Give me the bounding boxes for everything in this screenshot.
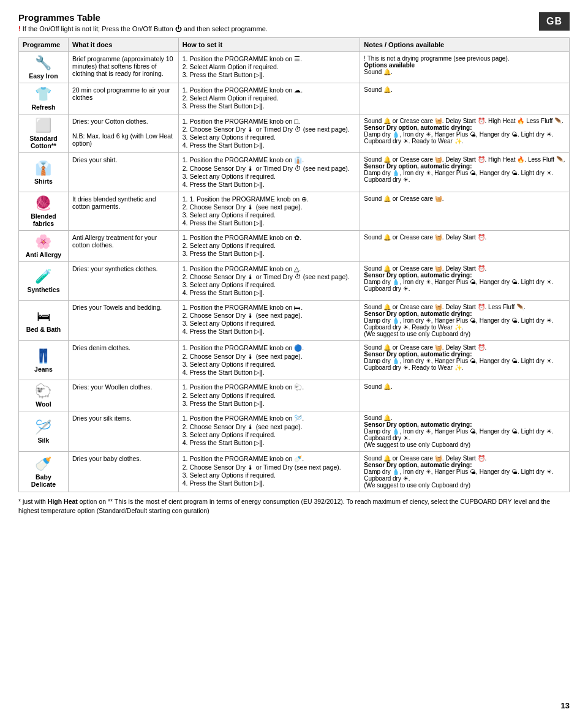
programme-name: Wool — [23, 400, 64, 408]
table-row: 🪡SilkDries your silk items.1. Position t… — [19, 411, 570, 452]
footer-bold: High Heat — [48, 498, 78, 505]
step-item: 3. Select any Options if required. — [183, 211, 356, 219]
programme-cell: 🧪Synthetics — [19, 262, 69, 301]
what-cell: Anti Allergy treatment for your cotton c… — [68, 231, 178, 262]
step-item: 2. Choose Sensor Dry 🌡 or Timed Dry (see… — [183, 463, 356, 471]
step-item: 3. Select any Options if required. — [183, 361, 356, 368]
step-item: 1. Position the PROGRAMME knob on ☰. — [183, 55, 356, 62]
step-item: 1. Position the PROGRAMME knob on △. — [183, 265, 356, 272]
what-cell: Dries your baby clothes. — [68, 452, 178, 492]
step-item: 3. Select any Options if required. — [183, 431, 356, 438]
programme-name: Bed & Bath — [23, 326, 64, 333]
page-subtitle: ! If the On/Off light is not lit; Press … — [18, 25, 268, 32]
step-item: 3. Press the Start Button ▷‖. — [183, 400, 356, 407]
what-cell: Dries your Towels and bedding. — [68, 301, 178, 341]
table-row: 🌸Anti AllergyAnti Allergy treatment for … — [19, 231, 570, 262]
how-cell: 1. Position the PROGRAMME knob on ✿.2. S… — [178, 231, 360, 262]
how-cell: 1. Position the PROGRAMME knob on △.2. C… — [178, 262, 360, 301]
programme-cell: 🧶Blended fabrics — [19, 192, 69, 231]
col-header-how: How to set it — [178, 38, 360, 52]
programme-name: Standard Cotton** — [23, 135, 64, 149]
programme-cell: 👔Shirts — [19, 153, 69, 192]
programme-icon: 🛏 — [23, 309, 64, 324]
step-item: 2. Choose Sensor Dry 🌡 (see next page). — [183, 203, 356, 211]
how-cell: 1. Position the PROGRAMME knob on □.2. C… — [178, 114, 360, 153]
step-item: 3. Select any Options if required. — [183, 281, 356, 288]
how-cell: 1. Position the PROGRAMME knob on 🍼.2. C… — [178, 452, 360, 492]
col-header-what: What it does — [68, 38, 178, 52]
programme-icon: 🧶 — [23, 195, 64, 211]
notes-cell: Sound 🔔 or Crease care 🧺. Delay Start ⏰.… — [360, 114, 570, 153]
step-item: 2. Choose Sensor Dry 🌡 (see next page). — [183, 312, 356, 319]
programme-name: Synthetics — [23, 286, 64, 293]
notes-cell: ! This is not a drying programme (see pr… — [360, 52, 570, 83]
table-row: ⬜Standard Cotton**Dries: your Cotton clo… — [19, 114, 570, 153]
exclamation: ! — [18, 25, 21, 32]
page-header: Programmes Table ! If the On/Off light i… — [18, 12, 570, 32]
step-item: 1. Position the PROGRAMME knob on □. — [183, 118, 356, 125]
notes-cell: Sound 🔔. — [360, 380, 570, 411]
what-cell: Dries: your Cotton clothes. N.B: Max. lo… — [68, 114, 178, 153]
how-cell: 1. Position the PROGRAMME knob on ☰.2. S… — [178, 52, 360, 83]
notes-cell: Sound 🔔 or Crease care 🧺. Delay Start ⏰.… — [360, 262, 570, 301]
col-header-notes: Notes / Options available — [360, 38, 570, 52]
step-item: 1. Position the PROGRAMME knob on 👔. — [183, 156, 356, 164]
programme-icon: 🪡 — [23, 419, 64, 435]
programme-icon: 👕 — [23, 86, 64, 102]
step-item: 4. Press the Start Button ▷‖. — [183, 479, 356, 487]
programme-name: Jeans — [23, 366, 64, 373]
step-item: 3. Select any Options if required. — [183, 471, 356, 479]
step-item: 2. Choose Sensor Dry 🌡 or Timed Dry ⏱ (s… — [183, 273, 356, 280]
table-row: 🧪SyntheticsDries: your synthetics clothe… — [19, 262, 570, 301]
programme-name: Blended fabrics — [23, 212, 64, 227]
table-row: 🔧Easy IronBrief programme (approximately… — [19, 52, 570, 83]
col-header-programme: Programme — [19, 38, 69, 52]
what-cell: Dries: your Woollen clothes. — [68, 380, 178, 411]
notes-cell: Sound 🔔 or Crease care 🧺. Delay Start ⏰.… — [360, 452, 570, 492]
table-row: 👖JeansDries denim clothes.1. Position th… — [19, 341, 570, 380]
programme-icon: 🧪 — [23, 269, 64, 285]
page-number: 13 — [561, 701, 570, 710]
table-row: 🛏Bed & BathDries your Towels and bedding… — [19, 301, 570, 341]
programme-cell: 🌸Anti Allergy — [19, 231, 69, 262]
programmes-table: Programme What it does How to set it Not… — [18, 37, 570, 492]
step-item: 2. Select Alarm Option if required. — [183, 94, 356, 102]
what-cell: Dries: your synthetics clothes. — [68, 262, 178, 301]
programme-cell: 🍼Baby Delicate — [19, 452, 69, 492]
step-item: 3. Press the Start Button ▷‖. — [183, 102, 356, 110]
notes-cell: Sound 🔔 or Crease care 🧺. Delay Start ⏰.… — [360, 153, 570, 192]
step-item: 4. Press the Start Button ▷‖. — [183, 141, 356, 149]
step-item: 4. Press the Start Button ▷‖. — [183, 289, 356, 296]
how-cell: 1. 1. Position the PROGRAMME knob on ⊕.2… — [178, 192, 360, 231]
table-row: 🐑WoolDries: your Woollen clothes.1. Posi… — [19, 380, 570, 411]
programme-cell: 🔧Easy Iron — [19, 52, 69, 83]
how-cell: 1. Position the PROGRAMME knob on 🔵.2. C… — [178, 341, 360, 380]
step-item: 2. Choose Sensor Dry 🌡 (see next page). — [183, 353, 356, 360]
step-item: 4. Press the Start Button ▷‖. — [183, 328, 356, 335]
programme-name: Shirts — [23, 178, 64, 185]
step-item: 2. Select any Options if required. — [183, 242, 356, 249]
subtitle-text: If the On/Off light is not lit; Press th… — [23, 25, 268, 32]
how-cell: 1. Position the PROGRAMME knob on 🪡.2. C… — [178, 411, 360, 452]
step-item: 1. Position the PROGRAMME knob on 🍼. — [183, 455, 356, 463]
programme-icon: 🍼 — [23, 456, 64, 472]
programme-icon: 🌸 — [23, 234, 64, 250]
step-item: 1. Position the PROGRAMME knob on 🪡. — [183, 414, 356, 422]
notes-cell: Sound 🔔. Sensor Dry option, automatic dr… — [360, 411, 570, 452]
step-item: 4. Press the Start Button ▷‖. — [183, 369, 356, 376]
page-title: Programmes Table — [18, 12, 268, 23]
table-row: 👔ShirtsDries your shirt.1. Position the … — [19, 153, 570, 192]
step-item: 2. Choose Sensor Dry 🌡 or Timed Dry ⏱ (s… — [183, 165, 356, 172]
step-item: 2. Select Alarm Option if required. — [183, 63, 356, 70]
what-cell: It dries blended synthetic and cotton ga… — [68, 192, 178, 231]
step-item: 1. Position the PROGRAMME knob on ✿. — [183, 234, 356, 241]
country-badge: GB — [539, 12, 570, 31]
step-item: 2. Choose Sensor Dry 🌡 or Timed Dry ⏱ (s… — [183, 126, 356, 133]
programme-cell: 👕Refresh — [19, 83, 69, 114]
table-row: 👕Refresh20 min cool programme to air you… — [19, 83, 570, 114]
step-item: 2. Select any Options if required. — [183, 392, 356, 399]
what-cell: Brief programme (approximately 10 minute… — [68, 52, 178, 83]
what-cell: Dries denim clothes. — [68, 341, 178, 380]
programme-cell: 👖Jeans — [19, 341, 69, 380]
programme-name: Refresh — [23, 103, 64, 111]
